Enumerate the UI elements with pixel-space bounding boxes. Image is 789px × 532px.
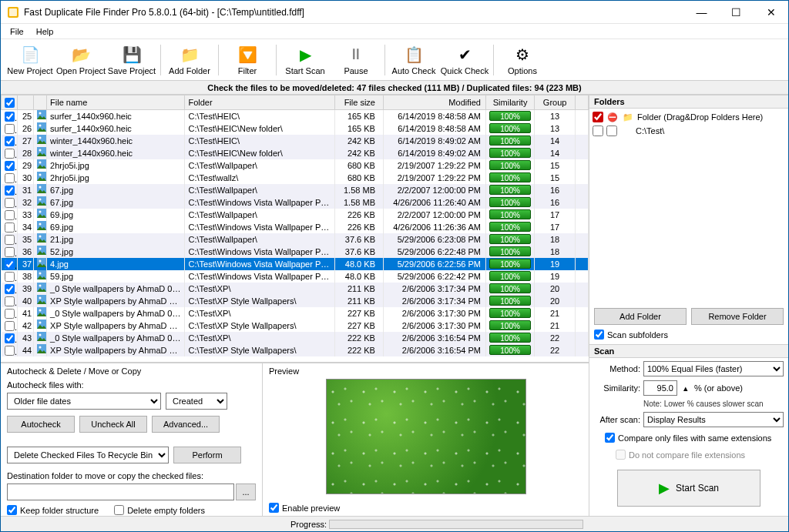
action-select[interactable]: Delete Checked Files To Recycle Bin — [7, 447, 169, 463]
same-ext-checkbox[interactable]: Compare only files with same extensions — [594, 431, 784, 444]
table-row[interactable]: 3652.jpgC:\Test\Windows Vista Wallpaper … — [2, 246, 589, 258]
autocheck-button[interactable]: Autocheck — [7, 416, 75, 433]
row-checkbox[interactable] — [5, 272, 15, 282]
start-scan-button[interactable]: ▶ Start Scan — [617, 470, 760, 507]
remove-folder-button[interactable]: Remove Folder — [691, 308, 784, 325]
quick-check-button[interactable]: ✔Quick Check — [440, 41, 489, 79]
options-button[interactable]: ⚙Options — [498, 41, 547, 79]
method-label: Method: — [594, 364, 640, 373]
no-ext-checkbox[interactable]: Do not compare file extensions — [594, 448, 784, 461]
row-checkbox[interactable] — [5, 112, 15, 122]
row-checkbox[interactable] — [5, 136, 15, 146]
auto-check-button[interactable]: 📋Auto Check — [389, 41, 438, 79]
file-icon — [34, 196, 47, 209]
folder-exclude-checkbox[interactable] — [606, 125, 617, 136]
criteria-select[interactable]: Older file dates — [7, 393, 161, 410]
method-select[interactable]: 100% Equal Files (faster) — [643, 361, 784, 376]
svg-point-39 — [39, 333, 42, 336]
table-row[interactable]: 3167.jpgC:\Test\Wallpaper\1.58 MB2/2/200… — [2, 184, 589, 196]
col-group-header[interactable]: Group — [535, 95, 576, 110]
table-row[interactable]: 27winter_1440x960.heicC:\Test\HEIC\242 K… — [2, 135, 589, 147]
table-row[interactable]: 302hrjo5i.jpgC:\Test\wallz\680 KB2/19/20… — [2, 172, 589, 184]
open-project-button[interactable]: 📂Open Project — [56, 41, 106, 79]
row-checkbox[interactable] — [5, 161, 15, 171]
table-row[interactable]: 25surfer_1440x960.heicC:\Test\HEIC\165 K… — [2, 109, 589, 122]
minimize-button[interactable]: — — [684, 1, 719, 23]
progress-bar — [329, 520, 583, 529]
folder-icon: 📁 — [622, 111, 634, 123]
perform-button[interactable]: Perform — [173, 447, 241, 463]
folder-include-checkbox[interactable] — [593, 125, 603, 136]
row-checkbox[interactable] — [5, 235, 15, 245]
table-row[interactable]: 3859.jpgC:\Test\Windows Vista Wallpaper … — [2, 270, 589, 283]
table-row[interactable]: 374.jpgC:\Test\Windows Vista Wallpaper P… — [2, 258, 589, 270]
table-row[interactable]: 42XP Style wallpapers by AhmaD 004.jpgC:… — [2, 320, 589, 332]
row-checkbox[interactable] — [5, 247, 15, 257]
row-checkbox[interactable] — [5, 309, 15, 319]
table-row[interactable]: 3521.jpgC:\Test\Wallpaper\37.6 KB5/29/20… — [2, 233, 589, 246]
row-checkbox[interactable] — [5, 149, 15, 159]
col-check-header[interactable] — [2, 95, 18, 110]
close-button[interactable]: ✕ — [754, 1, 788, 23]
row-checkbox[interactable] — [5, 346, 15, 356]
enable-preview-checkbox[interactable]: Enable preview — [269, 503, 583, 513]
row-checkbox[interactable] — [5, 321, 15, 331]
maximize-button[interactable]: ☐ — [719, 1, 754, 23]
table-row[interactable]: 3369.jpgC:\Test\Wallpaper\226 KB2/2/2007… — [2, 209, 589, 221]
table-row[interactable]: 28winter_1440x960.heicC:\Test\HEIC\New f… — [2, 147, 589, 159]
col-modified-header[interactable]: Modified — [383, 95, 485, 110]
save-project-button[interactable]: 💾Save Project — [107, 41, 156, 79]
row-checkbox[interactable] — [5, 124, 15, 134]
row-checkbox[interactable] — [5, 223, 15, 233]
add-folder-button[interactable]: 📁Add Folder — [165, 41, 214, 79]
row-checkbox[interactable] — [5, 210, 15, 220]
folder-placeholder-text: Folder (Drag&Drop Folders Here) — [637, 112, 763, 122]
file-table[interactable]: File name Folder File size Modified Simi… — [1, 95, 589, 362]
table-row[interactable]: 39_0 Style wallpapers by AhmaD 003.jpgC:… — [2, 283, 589, 295]
advanced-button[interactable]: Advanced... — [152, 416, 220, 433]
add-folder-button[interactable]: Add Folder — [594, 308, 687, 325]
row-checkbox[interactable] — [5, 284, 15, 294]
delete-empty-checkbox[interactable]: Delete empty folders — [114, 505, 205, 515]
folder-row[interactable]: C:\Test\ — [593, 124, 785, 138]
folder-include-all-checkbox[interactable] — [593, 112, 603, 122]
col-size-header[interactable]: File size — [334, 95, 383, 110]
afterscan-select[interactable]: Display Results — [643, 412, 784, 427]
scan-subfolders-checkbox[interactable]: Scan subfolders — [589, 328, 788, 341]
new-project-button[interactable]: 📄New Project — [5, 41, 55, 79]
uncheck-all-button[interactable]: Uncheck All — [79, 416, 147, 433]
spin-icon[interactable]: ▴ — [680, 383, 691, 393]
filter-button[interactable]: 🔽Filter — [223, 41, 272, 79]
menu-file[interactable]: File — [4, 25, 30, 38]
svg-point-3 — [39, 112, 42, 114]
similarity-label: Similarity: — [594, 383, 640, 393]
col-similarity-header[interactable]: Similarity — [485, 95, 534, 110]
pause-button[interactable]: ⏸Pause — [331, 41, 381, 79]
dest-folder-input[interactable] — [7, 483, 234, 500]
similarity-input[interactable] — [643, 380, 677, 396]
row-checkbox[interactable] — [5, 186, 15, 196]
col-folder-header[interactable]: Folder — [185, 95, 334, 110]
table-row[interactable]: 3267.jpgC:\Test\Windows Vista Wallpaper … — [2, 196, 589, 209]
table-row[interactable]: 43_0 Style wallpapers by AhmaD 005.jpgC:… — [2, 332, 589, 344]
menu-help[interactable]: Help — [30, 25, 60, 38]
add-folder-icon: 📁 — [180, 45, 200, 65]
browse-dest-button[interactable]: ... — [236, 483, 256, 500]
row-checkbox[interactable] — [5, 296, 15, 306]
scan-note: Note: Lower % causes slower scan — [594, 400, 784, 408]
file-icon — [34, 109, 47, 122]
table-row[interactable]: 41_0 Style wallpapers by AhmaD 004.jpgC:… — [2, 307, 589, 320]
keep-structure-checkbox[interactable]: Keep folder structure — [7, 505, 99, 515]
table-row[interactable]: 40XP Style wallpapers by AhmaD 003.jpgC:… — [2, 295, 589, 307]
row-checkbox[interactable] — [5, 333, 15, 343]
col-name-header[interactable]: File name — [47, 95, 185, 110]
row-checkbox[interactable] — [5, 198, 15, 208]
table-row[interactable]: 292hrjo5i.jpgC:\Test\Wallpaper\680 KB2/1… — [2, 159, 589, 172]
date-type-select[interactable]: Created — [166, 393, 227, 410]
row-checkbox[interactable] — [5, 259, 15, 269]
table-row[interactable]: 44XP Style wallpapers by AhmaD 005.jpgC:… — [2, 344, 589, 356]
table-row[interactable]: 3469.jpgC:\Test\Windows Vista Wallpaper … — [2, 221, 589, 233]
table-row[interactable]: 26surfer_1440x960.heicC:\Test\HEIC\New f… — [2, 122, 589, 135]
row-checkbox[interactable] — [5, 173, 15, 183]
start-scan-button[interactable]: ▶Start Scan — [280, 41, 330, 79]
